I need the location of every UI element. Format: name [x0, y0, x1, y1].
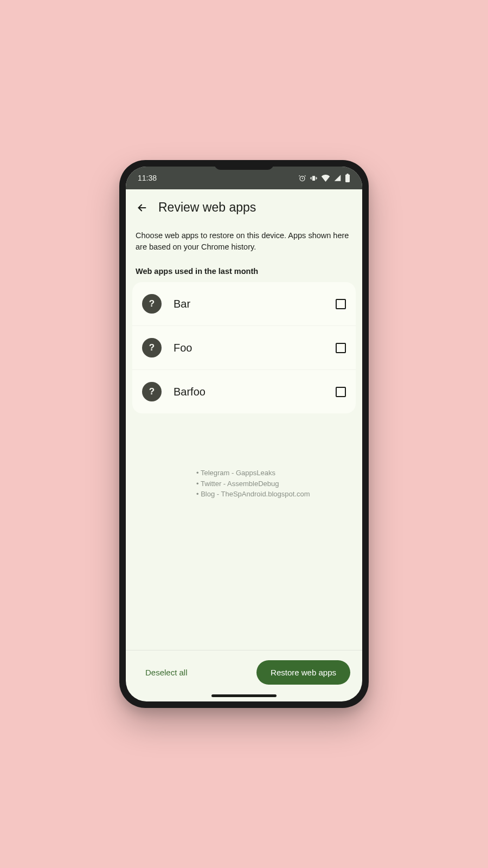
- arrow-left-icon: [136, 202, 148, 214]
- checkbox[interactable]: [336, 299, 346, 309]
- restore-web-apps-button[interactable]: Restore web apps: [256, 660, 350, 685]
- svg-rect-1: [312, 176, 315, 181]
- page-description: Choose web apps to restore on this devic…: [126, 220, 362, 253]
- alarm-icon: [298, 174, 306, 182]
- spacer: [126, 500, 362, 650]
- status-bar: 11:38: [126, 167, 362, 189]
- status-icons: [298, 174, 350, 182]
- unknown-app-icon: ?: [142, 382, 162, 401]
- credit-line: • Blog - TheSpAndroid.blogspot.com: [196, 489, 362, 500]
- status-time: 11:38: [138, 174, 157, 182]
- wifi-icon: [321, 174, 330, 182]
- vibrate-icon: [310, 174, 318, 182]
- signal-icon: [333, 174, 342, 182]
- bottom-action-bar: Deselect all Restore web apps: [126, 650, 362, 689]
- page-title: Review web apps: [158, 200, 256, 215]
- credit-line: • Twitter - AssembleDebug: [196, 478, 362, 489]
- app-name-label: Foo: [174, 342, 324, 354]
- credit-line: • Telegram - GappsLeaks: [196, 468, 362, 478]
- unknown-app-icon: ?: [142, 338, 162, 358]
- app-name-label: Bar: [174, 298, 324, 310]
- back-button[interactable]: [136, 201, 149, 214]
- svg-rect-3: [346, 174, 348, 175]
- checkbox[interactable]: [336, 343, 346, 353]
- navigation-pill[interactable]: [211, 694, 277, 697]
- app-list: ? Bar ? Foo ? Barfoo: [132, 282, 356, 413]
- screen: 11:38: [126, 167, 362, 701]
- app-name-label: Barfoo: [174, 386, 324, 398]
- list-item[interactable]: ? Bar: [132, 282, 356, 326]
- credits-block: • Telegram - GappsLeaks • Twitter - Asse…: [126, 468, 362, 500]
- deselect-all-button[interactable]: Deselect all: [138, 662, 195, 682]
- phone-notch: [214, 163, 274, 170]
- checkbox[interactable]: [336, 387, 346, 397]
- section-label: Web apps used in the last month: [126, 253, 362, 282]
- list-item[interactable]: ? Barfoo: [132, 370, 356, 413]
- phone-frame: 11:38: [119, 160, 369, 708]
- list-item[interactable]: ? Foo: [132, 326, 356, 370]
- app-header: Review web apps: [126, 189, 362, 220]
- svg-rect-2: [345, 175, 350, 182]
- battery-icon: [345, 174, 350, 182]
- unknown-app-icon: ?: [142, 294, 162, 314]
